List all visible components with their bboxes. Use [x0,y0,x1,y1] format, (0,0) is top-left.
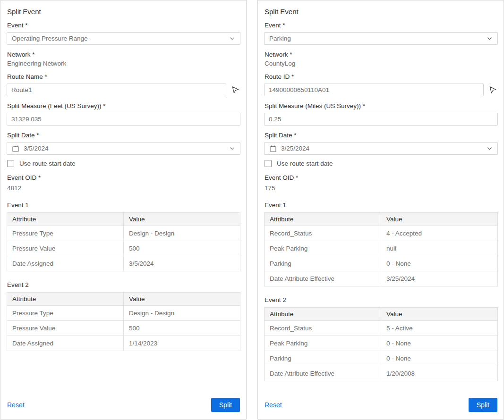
map-select-cursor-icon[interactable] [231,85,240,94]
network-value: Engineering Network [7,60,240,67]
value-cell: 4 - Accepted [381,226,498,241]
checkbox-unchecked[interactable] [7,160,14,167]
date-value: 3/25/2024 [281,145,309,152]
attribute-cell: Date Attribute Effective [265,271,381,286]
split-event-panel-right: Split Event Event * Parking Network * Co… [257,0,504,420]
calendar-icon [12,145,19,152]
table-row: Pressure Type Design - Design [7,306,240,321]
value-cell: 3/5/2024 [124,256,240,271]
attribute-cell: Date Assigned [7,256,124,271]
value-column-header: Value [124,293,240,306]
table-row: Date Assigned 1/14/2023 [7,336,240,351]
panel-footer: Reset Split [7,393,240,412]
attribute-cell: Pressure Value [7,321,124,336]
oid-value: 175 [265,185,498,192]
calendar-icon [269,145,277,152]
date-picker[interactable]: 3/25/2024 [264,142,498,155]
use-route-start-date-option[interactable]: Use route start date [7,160,240,167]
route-input[interactable] [7,84,226,96]
attribute-cell: Peak Parking [265,241,381,256]
value-cell: 1/14/2023 [124,336,240,351]
attribute-cell: Pressure Value [7,241,124,256]
attribute-cell: Date Attribute Effective [265,366,381,381]
route-input[interactable] [264,84,484,96]
event-select-value: Operating Pressure Range [12,35,88,42]
table-header-row: Attribute Value [265,213,498,226]
event-select[interactable]: Parking [264,32,498,45]
network-value: CountyLog [265,60,498,67]
table-row: Peak Parking 0 - None [265,336,498,351]
value-cell: 5 - Active [381,321,498,336]
event2-table: Attribute Value Record_Status 5 - Active… [264,307,498,381]
attribute-cell: Record_Status [265,321,381,336]
value-cell: Design - Design [124,306,240,321]
value-column-header: Value [124,213,240,226]
route-label: Route Name * [7,73,240,80]
chevron-down-icon [487,35,493,42]
event1-heading: Event 1 [265,202,498,209]
network-label: Network * [265,51,498,58]
attribute-cell: Pressure Type [7,226,124,241]
table-header-row: Attribute Value [265,308,498,321]
oid-label: Event OID * [265,174,498,181]
reset-link[interactable]: Reset [7,401,25,409]
value-cell: null [381,241,498,256]
table-row: Peak Parking null [265,241,498,256]
date-label: Split Date * [265,132,498,139]
table-row: Pressure Value 500 [7,321,240,336]
event1-table: Attribute Value Record_Status 4 - Accept… [264,212,498,286]
measure-label: Split Measure (Feet (US Survey)) * [7,102,240,109]
value-column-header: Value [381,308,498,321]
split-button[interactable]: Split [469,398,497,412]
table-header-row: Attribute Value [7,293,240,306]
attribute-cell: Date Assigned [7,336,124,351]
event2-heading: Event 2 [265,296,498,303]
date-label: Split Date * [7,132,240,139]
event2-table: Attribute Value Pressure Type Design - D… [7,292,240,351]
value-cell: 0 - None [381,336,498,351]
use-route-start-date-option[interactable]: Use route start date [265,160,498,167]
value-cell: 1/20/2008 [381,366,498,381]
split-button[interactable]: Split [211,398,240,412]
value-cell: 0 - None [381,256,498,271]
network-label: Network * [7,51,240,58]
attribute-column-header: Attribute [265,308,381,321]
route-field-row [7,84,240,96]
value-cell: 500 [124,321,240,336]
value-cell: 500 [124,241,240,256]
attribute-column-header: Attribute [7,293,124,306]
measure-input[interactable] [264,113,498,126]
panel-footer: Reset Split [264,393,498,412]
attribute-column-header: Attribute [265,213,381,226]
value-cell: 0 - None [381,351,498,366]
map-select-cursor-icon[interactable] [488,85,498,94]
table-row: Record_Status 5 - Active [265,321,498,336]
oid-value: 4812 [7,185,240,192]
table-row: Record_Status 4 - Accepted [265,226,498,241]
route-field-row [264,84,498,96]
attribute-cell: Record_Status [265,226,381,241]
value-column-header: Value [381,213,498,226]
table-row: Date Attribute Effective 1/20/2008 [265,366,498,381]
date-picker[interactable]: 3/5/2024 [7,142,240,155]
event-select-value: Parking [269,35,291,42]
attribute-column-header: Attribute [7,213,124,226]
event1-table: Attribute Value Pressure Type Design - D… [7,212,240,271]
table-row: Date Attribute Effective 3/25/2024 [265,271,498,286]
reset-link[interactable]: Reset [265,401,282,409]
checkbox-label: Use route start date [19,160,76,167]
measure-label: Split Measure (Miles (US Survey)) * [265,102,498,109]
chevron-down-icon [229,35,235,42]
chevron-down-icon [487,145,493,151]
value-cell: Design - Design [124,226,240,241]
checkbox-unchecked[interactable] [265,160,272,167]
oid-label: Event OID * [7,174,240,181]
event-select[interactable]: Operating Pressure Range [7,32,240,45]
value-cell: 3/25/2024 [381,271,498,286]
attribute-cell: Pressure Type [7,306,124,321]
measure-input[interactable] [7,113,240,126]
table-row: Date Assigned 3/5/2024 [7,256,240,271]
chevron-down-icon [229,145,235,151]
checkbox-label: Use route start date [277,160,333,167]
table-row: Parking 0 - None [265,351,498,366]
